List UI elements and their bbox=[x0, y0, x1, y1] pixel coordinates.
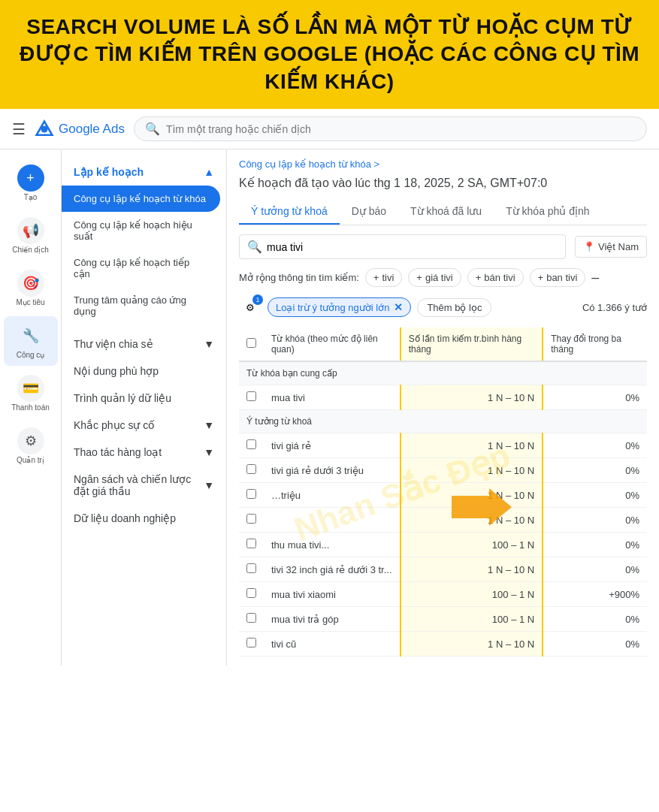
chevron-down-icon2: ▼ bbox=[204, 419, 214, 431]
keyword-input[interactable] bbox=[267, 241, 558, 253]
row-change: 0% bbox=[543, 458, 647, 483]
row-keyword: …triệu bbox=[264, 483, 401, 508]
sidebar-item-billing[interactable]: 💳 Thanh toán bbox=[4, 369, 58, 418]
tab-saved-keywords[interactable]: Từ khoá đã lưu bbox=[398, 199, 494, 225]
admin-icon: ⚙ bbox=[17, 427, 44, 454]
chip-ban-tivi[interactable]: + bán tivi bbox=[467, 268, 524, 287]
row-checkbox-cell bbox=[239, 557, 264, 582]
more-chips-icon[interactable]: – bbox=[591, 270, 599, 285]
sidebar-item-tools[interactable]: 🔧 Công cụ bbox=[4, 316, 58, 366]
billing-icon: 💳 bbox=[17, 375, 44, 402]
breadcrumb[interactable]: Công cụ lập kế hoạch từ khóa > bbox=[239, 158, 647, 170]
sidebar-label-billing: Thanh toán bbox=[11, 403, 50, 412]
sidebar-item-campaigns[interactable]: 📢 Chiến dịch bbox=[4, 211, 58, 261]
row-checkbox[interactable] bbox=[246, 514, 256, 524]
keyword-search-box[interactable]: 🔍 bbox=[239, 234, 566, 259]
row-change: 0% bbox=[543, 607, 647, 632]
table-row: 1 N – 10 N 0% bbox=[239, 508, 647, 533]
row-change: 0% bbox=[543, 632, 647, 657]
tab-forecast[interactable]: Dự báo bbox=[340, 199, 398, 225]
nav-section-budget-label: Ngân sách và chiến lược đặt giá thầu bbox=[74, 473, 204, 497]
top-nav: ☰ Google Ads 🔍 bbox=[0, 109, 659, 149]
nav-section-enterprise[interactable]: Dữ liệu doanh nghiệp bbox=[62, 505, 226, 532]
col-volume-header: Số lần tìm kiếm tr.bình hàng tháng bbox=[401, 328, 543, 361]
filter-badge: 1 bbox=[252, 294, 263, 305]
row-volume: 100 – 1 N bbox=[401, 533, 543, 557]
brand-name: Google Ads bbox=[59, 122, 125, 137]
table-row: tivi giá rẻ dưới 3 triệu 1 N – 10 N 0% bbox=[239, 458, 647, 483]
chevron-down-icon4: ▼ bbox=[204, 479, 214, 491]
close-filter-icon[interactable]: ✕ bbox=[394, 301, 403, 313]
sidebar-item-goals[interactable]: 🎯 Mục tiêu bbox=[4, 264, 58, 313]
location-label: Việt Nam bbox=[598, 241, 639, 252]
row-volume: 100 – 1 N bbox=[401, 582, 543, 607]
row-change: 0% bbox=[543, 483, 647, 508]
select-all-checkbox[interactable] bbox=[246, 338, 256, 348]
row-checkbox[interactable] bbox=[246, 464, 256, 474]
sidebar-item-admin[interactable]: ⚙ Quản trị bbox=[4, 421, 58, 471]
row-checkbox[interactable] bbox=[246, 439, 256, 449]
tab-keyword-ideas[interactable]: Ý tưởng từ khoá bbox=[239, 199, 340, 225]
col-keyword-header: Từ khóa (theo mức độ liên quan) bbox=[264, 328, 401, 361]
row-checkbox-cell bbox=[239, 533, 264, 557]
chevron-up-icon: ▲ bbox=[204, 166, 214, 178]
tab-negative-keywords[interactable]: Từ khóa phủ định bbox=[494, 199, 602, 225]
goals-icon: 🎯 bbox=[17, 270, 44, 297]
row-volume: 1 N – 10 N bbox=[401, 632, 543, 657]
chip-ban-tivi2[interactable]: + ban tivi bbox=[530, 268, 586, 287]
chip-gia-tivi[interactable]: + giá tivi bbox=[408, 268, 461, 287]
nav-item-keyword-planner-label: Công cụ lập kế hoạch từ khóa bbox=[74, 193, 206, 204]
table-row: mua tivi 1 N – 10 N 0% bbox=[239, 385, 647, 410]
nav-item-reach-planner[interactable]: Công cụ lập kế hoạch tiếp cận bbox=[62, 249, 220, 287]
create-icon: + bbox=[17, 165, 44, 192]
google-ads-icon bbox=[35, 119, 54, 139]
row-checkbox[interactable] bbox=[246, 638, 256, 647]
nav-item-performance-planner[interactable]: Công cụ lập kế hoạch hiệu suất bbox=[62, 212, 220, 249]
chip-tivi[interactable]: + tivi bbox=[365, 268, 402, 287]
filter-button[interactable]: ⚙ 1 bbox=[239, 296, 261, 318]
table-row: thu mua tivi... 100 – 1 N 0% bbox=[239, 533, 647, 557]
brand-logo: Google Ads bbox=[35, 119, 125, 139]
nav-section-library[interactable]: Thư viện chia sẻ ▼ bbox=[62, 331, 226, 358]
page-title: Kế hoạch đã tạo vào lúc thg 1 18, 2025, … bbox=[239, 176, 647, 190]
row-checkbox[interactable] bbox=[246, 588, 256, 598]
row-checkbox-cell bbox=[239, 433, 264, 458]
global-search-bar[interactable]: 🔍 bbox=[134, 116, 647, 141]
active-filter-chip[interactable]: Loại trừ ý tưởng người lớn ✕ bbox=[268, 297, 411, 317]
row-checkbox[interactable] bbox=[246, 539, 256, 548]
row-keyword: mua tivi trả góp bbox=[264, 607, 401, 632]
location-badge[interactable]: 📍 Việt Nam bbox=[575, 236, 647, 258]
row-checkbox[interactable] bbox=[246, 613, 256, 623]
sidebar-label-goals: Mục tiêu bbox=[16, 298, 44, 307]
nav-section-troubleshoot[interactable]: Khắc phục sự cố ▼ bbox=[62, 412, 226, 439]
row-checkbox[interactable] bbox=[246, 391, 256, 401]
plus-icon4: + bbox=[538, 272, 544, 283]
row-checkbox[interactable] bbox=[246, 563, 256, 573]
add-filter-label: Thêm bộ lọc bbox=[427, 302, 482, 313]
global-search-input[interactable] bbox=[166, 123, 636, 135]
row-keyword bbox=[264, 508, 401, 533]
nav-item-app-ads[interactable]: Trung tâm quảng cáo ứng dụng bbox=[62, 287, 220, 324]
chip-ban-tivi2-label: ban tivi bbox=[546, 272, 577, 283]
row-volume: 1 N – 10 N bbox=[401, 508, 543, 533]
nav-section-data-manager[interactable]: Trình quản lý dữ liệu bbox=[62, 385, 226, 412]
sidebar-label-create: Tạo bbox=[24, 193, 38, 202]
sidebar-item-create[interactable]: + Tạo bbox=[4, 158, 58, 208]
row-volume: 100 – 1 N bbox=[401, 607, 543, 632]
nav-section-content[interactable]: Nội dung phù hợp bbox=[62, 358, 226, 385]
add-filter-button[interactable]: Thêm bộ lọc bbox=[417, 298, 491, 317]
nav-section-plan[interactable]: Lập kế hoạch ▲ bbox=[62, 158, 226, 186]
row-checkbox[interactable] bbox=[246, 489, 256, 499]
nav-item-keyword-planner[interactable]: Công cụ lập kế hoạch từ khóa bbox=[62, 186, 220, 212]
nav-section-content-label: Nội dung phù hợp bbox=[74, 365, 159, 377]
row-checkbox-cell bbox=[239, 385, 264, 410]
row-change: 0% bbox=[543, 385, 647, 410]
nav-section-budget[interactable]: Ngân sách và chiến lược đặt giá thầu ▼ bbox=[62, 466, 226, 505]
main-layout: + Tạo 📢 Chiến dịch 🎯 Mục tiêu 🔧 Công cụ … bbox=[0, 149, 659, 666]
row-keyword: mua tivi bbox=[264, 385, 401, 410]
nav-section-bulk[interactable]: Thao tác hàng loạt ▼ bbox=[62, 439, 226, 466]
row-checkbox-cell bbox=[239, 607, 264, 632]
table-row: …triệu 1 N – 10 N 0% bbox=[239, 483, 647, 508]
hamburger-icon[interactable]: ☰ bbox=[12, 120, 26, 138]
row-change: 0% bbox=[543, 433, 647, 458]
